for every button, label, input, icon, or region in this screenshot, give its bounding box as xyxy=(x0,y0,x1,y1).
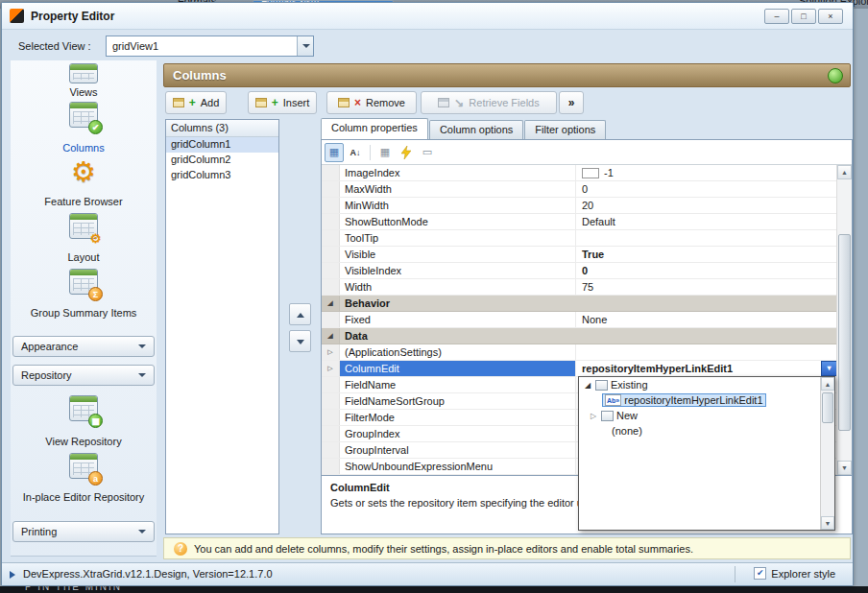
scroll-up-icon[interactable]: ▲ xyxy=(821,377,834,391)
sidebar-item-layout[interactable]: Layout xyxy=(11,251,157,263)
feature-browser-icon[interactable]: ⚙ xyxy=(71,157,96,186)
collapse-triangle-icon: ◢ xyxy=(322,328,340,344)
property-row[interactable]: VisibleTrue xyxy=(322,247,837,263)
chevron-down-icon[interactable] xyxy=(297,36,313,56)
assembly-version-text: DevExpress.XtraGrid.v12.1.Design, Versio… xyxy=(23,568,273,580)
move-up-button[interactable] xyxy=(289,303,311,325)
property-row[interactable]: ▷(ApplicationSettings) xyxy=(322,344,837,361)
scrollbar-thumb[interactable] xyxy=(822,392,833,423)
add-button[interactable]: + Add xyxy=(165,91,227,114)
minimize-button[interactable]: – xyxy=(764,9,789,24)
maximize-button[interactable]: □ xyxy=(791,9,816,24)
list-item-gridcolumn1[interactable]: gridColumn1 xyxy=(166,137,278,153)
scroll-down-icon[interactable]: ▼ xyxy=(821,516,834,530)
expanded-triangle-icon[interactable]: ◢ xyxy=(583,381,592,390)
scroll-down-icon[interactable]: ▼ xyxy=(837,461,852,475)
sidebar-item-columns[interactable]: Columns xyxy=(11,142,157,154)
property-row[interactable]: MaxWidth0 xyxy=(322,181,837,198)
hyperlink-editor-icon: Ab» xyxy=(605,394,621,406)
help-orb-icon[interactable] xyxy=(828,68,843,83)
expand-triangle-icon: ▷ xyxy=(322,361,340,376)
property-row[interactable]: ToolTip xyxy=(322,230,837,247)
property-row-columnedit[interactable]: ▷ColumnEditrepositoryItemHyperLinkEdit1▾ xyxy=(322,361,837,377)
more-options-button[interactable]: » xyxy=(559,91,584,114)
popup-scrollbar[interactable]: ▲ ▼ xyxy=(820,377,834,530)
sort-alphabetical-icon[interactable]: A↓ xyxy=(346,143,365,162)
tab-column-properties[interactable]: Column properties xyxy=(321,118,428,139)
tab-column-options[interactable]: Column options xyxy=(429,120,523,139)
columns-icon[interactable]: ✔ xyxy=(67,102,100,130)
retrieve-fields-button[interactable]: ↘ Retrieve Fields xyxy=(421,91,557,114)
layout-icon[interactable]: ⚙ xyxy=(67,213,100,242)
plus-icon: + xyxy=(189,97,196,108)
table-icon xyxy=(255,98,267,107)
group-summary-items-icon[interactable]: Σ xyxy=(67,269,100,297)
scroll-up-icon[interactable]: ▲ xyxy=(837,165,852,179)
repository-group-label: Repository xyxy=(21,369,72,381)
columns-list-header: Columns (3) xyxy=(166,120,278,137)
property-tabs: Column properties Column options Filter … xyxy=(321,118,607,139)
categorized-view-icon[interactable]: ▦ xyxy=(325,143,344,162)
inplace-editor-repository-icon[interactable]: a xyxy=(67,453,100,482)
appearance-group-button[interactable]: Appearance xyxy=(12,336,155,357)
table-icon xyxy=(438,98,449,107)
help-icon: ? xyxy=(174,542,187,556)
property-row[interactable]: MinWidth20 xyxy=(322,198,837,214)
window-title: Property Editor xyxy=(31,10,114,23)
tree-item-repositoryitem[interactable]: Ab» repositoryItemHyperLinkEdit1 xyxy=(579,392,834,408)
property-pages-icon[interactable]: ▭ xyxy=(418,143,437,162)
list-item-gridcolumn3[interactable]: gridColumn3 xyxy=(166,168,278,183)
vertical-scrollbar[interactable]: ▲ ▼ xyxy=(836,165,852,475)
tree-item-none[interactable]: (none) xyxy=(579,423,834,439)
property-row[interactable]: FixedNone xyxy=(322,312,837,328)
selected-view-combobox[interactable]: gridView1 xyxy=(106,36,314,57)
sidebar-item-feature-browser[interactable]: Feature Browser xyxy=(11,196,157,207)
sidebar-item-inplace-editor-repository[interactable]: In-place Editor Repository xyxy=(11,491,157,503)
tree-node-existing[interactable]: ◢ Existing xyxy=(579,377,834,392)
tab-filter-options[interactable]: Filter options xyxy=(524,120,606,139)
explorer-style-option[interactable]: ✔ Explorer style xyxy=(754,567,835,580)
move-down-button[interactable] xyxy=(289,330,311,352)
list-item-gridcolumn2[interactable]: gridColumn2 xyxy=(166,153,278,168)
remove-button[interactable]: × Remove xyxy=(326,91,417,114)
collapse-triangle-icon: ◢ xyxy=(322,296,340,311)
property-row[interactable]: ImageIndex-1 xyxy=(322,165,837,181)
view-repository-icon[interactable]: ▦ xyxy=(67,395,100,424)
explorer-style-checkbox[interactable]: ✔ xyxy=(754,567,766,580)
tree-node-new[interactable]: ▷ New xyxy=(579,408,834,423)
image-swatch xyxy=(582,168,599,178)
printing-group-button[interactable]: Printing xyxy=(12,521,155,542)
property-editor-window: Property Editor – □ × Selected View : gr… xyxy=(1,2,854,586)
events-bolt-icon[interactable] xyxy=(397,143,416,162)
editor-badge-icon: a xyxy=(88,471,103,486)
separator xyxy=(370,145,371,160)
property-row[interactable]: Width75 xyxy=(322,279,837,296)
property-row[interactable]: ShowButtonModeDefault xyxy=(322,214,837,230)
titlebar[interactable]: Property Editor – □ × xyxy=(2,3,853,30)
repository-badge-icon: ▦ xyxy=(88,414,103,428)
app-icon xyxy=(10,9,24,23)
category-row-behavior[interactable]: ◢Behavior xyxy=(322,296,837,312)
property-row[interactable]: VisibleIndex0 xyxy=(322,263,837,279)
collapsed-triangle-icon[interactable]: ▷ xyxy=(589,412,598,420)
category-row-data[interactable]: ◢Data xyxy=(322,328,837,344)
printing-group-label: Printing xyxy=(21,526,57,537)
sidebar-item-view-repository[interactable]: View Repository xyxy=(11,436,157,447)
sidebar-item-views[interactable]: Views xyxy=(11,86,157,98)
check-badge-icon: ✔ xyxy=(88,120,103,134)
arrow-icon: ↘ xyxy=(454,97,464,108)
section-title: Columns xyxy=(173,68,227,83)
repository-group-button[interactable]: Repository xyxy=(12,365,155,386)
insert-button[interactable]: + Insert xyxy=(248,91,317,114)
sidebar-item-group-summary-items[interactable]: Group Summary Items xyxy=(11,307,157,319)
editor-dropdown-popup: ◢ Existing Ab» repositoryItemHyperLinkEd… xyxy=(578,376,835,531)
sigma-badge-icon: Σ xyxy=(88,287,103,301)
remove-x-icon: × xyxy=(354,97,361,108)
chevron-down-icon xyxy=(297,340,304,344)
editor-dropdown-button[interactable]: ▾ xyxy=(821,361,837,376)
repository-node-icon xyxy=(595,380,608,391)
grid-view-icon[interactable]: ▦ xyxy=(375,143,395,162)
close-button[interactable]: × xyxy=(818,9,843,24)
scrollbar-thumb[interactable] xyxy=(838,234,851,431)
plus-icon: + xyxy=(272,97,278,108)
